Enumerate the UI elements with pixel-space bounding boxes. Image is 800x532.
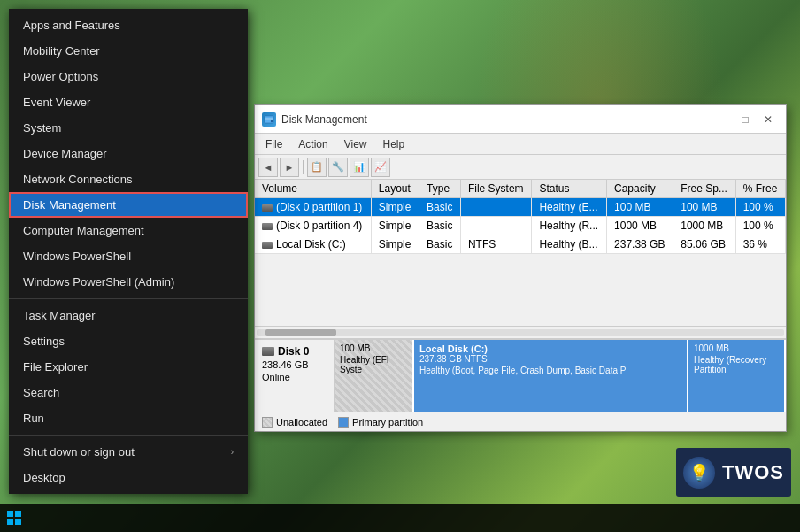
- menu-item-apps-features[interactable]: Apps and Features: [9, 12, 248, 38]
- menu-item-computer-management[interactable]: Computer Management: [9, 218, 248, 243]
- window-controls: — □ ✕: [712, 112, 779, 127]
- table-row[interactable]: (Disk 0 partition 4)SimpleBasicHealthy (…: [255, 217, 786, 235]
- menu-item-event-viewer[interactable]: Event Viewer: [9, 89, 248, 115]
- disk-management-window: Disk Management — □ ✕ File Action View H…: [254, 104, 787, 432]
- legend-unallocated: Unallocated: [262, 417, 327, 428]
- scroll-thumb: [265, 329, 336, 336]
- toolbar-chart2[interactable]: 📈: [371, 158, 390, 177]
- recovery-label: Healthy (Recovery Partition: [694, 355, 779, 374]
- menu-item-power-options[interactable]: Power Options: [9, 64, 248, 89]
- table-row[interactable]: (Disk 0 partition 1)SimpleBasicHealthy (…: [255, 198, 786, 217]
- disk-management-icon: [262, 112, 276, 127]
- scroll-track: [257, 329, 784, 336]
- disk-label: Disk 0 238.46 GB Online: [255, 340, 335, 412]
- svg-point-2: [271, 120, 273, 121]
- menu-help[interactable]: Help: [376, 136, 412, 152]
- menu-file[interactable]: File: [258, 136, 289, 152]
- table-row[interactable]: Local Disk (C:)SimpleBasicNTFSHealthy (B…: [255, 235, 786, 254]
- close-button[interactable]: ✕: [758, 112, 779, 127]
- horizontal-scrollbar[interactable]: [255, 326, 786, 338]
- legend-box-unallocated: [262, 417, 273, 428]
- disk-partitions: 100 MB Healthy (EFI Syste Local Disk (C:…: [335, 340, 786, 412]
- menu-divider-1: [9, 298, 248, 299]
- menu-item-desktop[interactable]: Desktop: [9, 465, 248, 490]
- title-bar-left: Disk Management: [262, 112, 367, 127]
- col-type: Type: [419, 180, 461, 198]
- menu-item-disk-management[interactable]: Disk Management: [9, 192, 248, 218]
- legend-box-primary: [338, 417, 349, 428]
- menu-action[interactable]: Action: [291, 136, 335, 152]
- menu-item-system[interactable]: System: [9, 115, 248, 141]
- twos-logo: 💡 TWOS: [676, 448, 791, 497]
- volume-table: Volume Layout Type File System Status Ca…: [255, 180, 786, 254]
- table-area: Volume Layout Type File System Status Ca…: [255, 180, 786, 338]
- start-button[interactable]: [0, 504, 28, 532]
- menu-item-shutdown[interactable]: Shut down or sign out ›: [9, 439, 248, 465]
- col-volume: Volume: [255, 180, 371, 198]
- disk-legend: Unallocated Primary partition: [255, 412, 786, 431]
- menu-item-run[interactable]: Run: [9, 405, 248, 431]
- recovery-size: 1000 MB: [694, 343, 779, 353]
- col-filesystem: File System: [460, 180, 532, 198]
- menu-item-device-manager[interactable]: Device Manager: [9, 141, 248, 166]
- menu-item-network-connections[interactable]: Network Connections: [9, 166, 248, 192]
- toolbar-refresh[interactable]: 🔧: [328, 158, 348, 177]
- partition-recovery[interactable]: 1000 MB Healthy (Recovery Partition: [688, 340, 786, 412]
- toolbar-chart1[interactable]: 📊: [350, 158, 369, 177]
- disk-drive-icon: [262, 347, 274, 356]
- partition-main[interactable]: Local Disk (C:) 237.38 GB NTFS Healthy (…: [414, 340, 688, 412]
- menu-item-windows-powershell-admin[interactable]: Windows PowerShell (Admin): [9, 269, 248, 295]
- toolbar-sep-1: [303, 160, 304, 174]
- volume-table-scroll[interactable]: Volume Layout Type File System Status Ca…: [255, 180, 786, 326]
- toolbar-forward[interactable]: ►: [280, 158, 299, 177]
- submenu-arrow: ›: [231, 447, 234, 457]
- menu-item-task-manager[interactable]: Task Manager: [9, 303, 248, 328]
- legend-label-unallocated: Unallocated: [276, 417, 327, 428]
- toolbar: ◄ ► 📋 🔧 📊 📈: [255, 155, 786, 180]
- legend-primary: Primary partition: [338, 417, 423, 428]
- legend-label-primary: Primary partition: [352, 417, 423, 428]
- minimize-button[interactable]: —: [712, 112, 733, 127]
- twos-text: TWOS: [722, 461, 784, 484]
- taskbar: [0, 504, 800, 532]
- disk-view: Disk 0 238.46 GB Online 100 MB Healthy (…: [255, 338, 786, 431]
- main-name: Local Disk (C:): [419, 343, 681, 354]
- toolbar-back[interactable]: ◄: [258, 158, 278, 177]
- main-size: 237.38 GB NTFS: [419, 354, 681, 364]
- window-title: Disk Management: [281, 113, 367, 126]
- partition-efi[interactable]: 100 MB Healthy (EFI Syste: [335, 340, 414, 412]
- twos-bulb-icon: 💡: [683, 457, 715, 489]
- menu-item-windows-powershell[interactable]: Windows PowerShell: [9, 243, 248, 269]
- disk-row: Disk 0 238.46 GB Online 100 MB Healthy (…: [255, 340, 786, 412]
- windows-logo-icon: [7, 511, 21, 525]
- toolbar-properties[interactable]: 📋: [307, 158, 327, 177]
- main-label: Healthy (Boot, Page File, Crash Dump, Ba…: [419, 366, 681, 375]
- menu-bar: File Action View Help: [255, 134, 786, 155]
- disk-name: Disk 0: [262, 345, 327, 358]
- disk-size: 238.46 GB: [262, 359, 327, 370]
- col-capacity: Capacity: [607, 180, 673, 198]
- col-status: Status: [532, 180, 607, 198]
- menu-item-mobility-center[interactable]: Mobility Center: [9, 38, 248, 64]
- svg-rect-1: [265, 118, 273, 120]
- maximize-button[interactable]: □: [735, 112, 756, 127]
- menu-divider-2: [9, 435, 248, 436]
- disk-status: Online: [262, 372, 327, 382]
- menu-item-file-explorer[interactable]: File Explorer: [9, 354, 248, 380]
- title-bar: Disk Management — □ ✕: [255, 105, 786, 134]
- col-percentfree: % Free: [735, 180, 785, 198]
- menu-item-search[interactable]: Search: [9, 380, 248, 405]
- menu-item-settings[interactable]: Settings: [9, 328, 248, 354]
- efi-size: 100 MB: [340, 343, 407, 353]
- col-layout: Layout: [371, 180, 419, 198]
- context-menu: Apps and Features Mobility Center Power …: [9, 9, 248, 494]
- col-freespace: Free Sp...: [673, 180, 735, 198]
- efi-label: Healthy (EFI Syste: [340, 355, 407, 374]
- menu-view[interactable]: View: [337, 136, 374, 152]
